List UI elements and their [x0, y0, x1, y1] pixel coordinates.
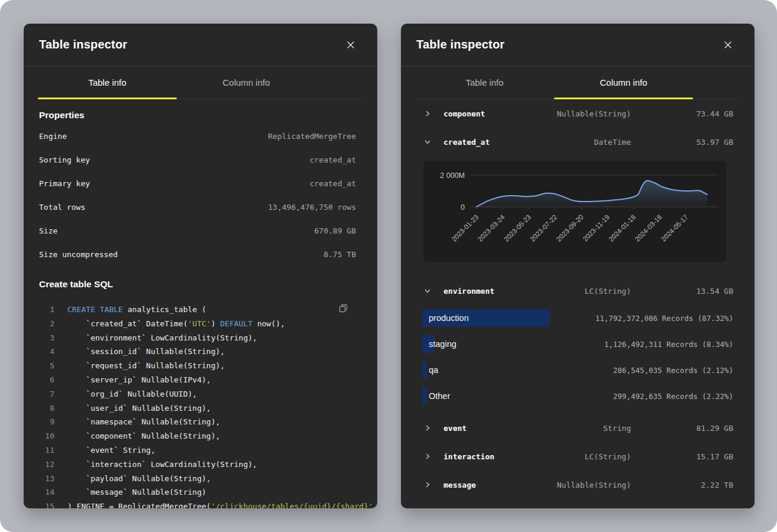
property-label: Size uncompressed [39, 250, 118, 259]
chevron-down-icon[interactable] [423, 287, 438, 295]
column-row-message[interactable]: messageNullable(String)2.22 TB [416, 471, 733, 499]
environment-values-list: production11,792,372,086 Records (87.32%… [416, 305, 733, 409]
line-number: 13 [39, 472, 54, 486]
environment-value-label: staging [429, 339, 457, 349]
sql-code-line: 8 `user_id` Nullable(String), [39, 401, 356, 416]
property-label: Total rows [39, 203, 85, 212]
column-row-component[interactable]: componentNullable(String)73.44 GB [416, 99, 733, 128]
column-size: 81.29 GB [631, 424, 733, 433]
column-name: event [443, 424, 467, 433]
environment-value-row: qa286,545,035 Records (2.12%) [416, 357, 733, 383]
close-icon[interactable] [345, 40, 356, 50]
sql-code-line: 14 `message` Nullable(String) [39, 485, 356, 499]
property-value: created_at [310, 179, 356, 188]
dialog-title: Table inspector [416, 38, 504, 51]
line-number: 10 [39, 429, 54, 443]
line-number: 5 [39, 359, 54, 373]
environment-value-bar [422, 387, 427, 405]
sql-code-line: 13 `payload` Nullable(String), [39, 472, 356, 486]
property-row: Sorting keycreated_at [39, 148, 356, 171]
line-number: 6 [39, 373, 54, 387]
environment-value-records: 299,492,635 Records (2.22%) [613, 392, 733, 401]
column-type: DateTime [594, 138, 631, 147]
property-value: created_at [310, 155, 356, 164]
column-type: LC(String) [585, 452, 631, 461]
property-label: Primary key [39, 179, 90, 188]
svg-text:2023-09-20: 2023-09-20 [555, 213, 585, 243]
chevron-right-icon[interactable] [423, 452, 438, 460]
sql-code-line: 1CREATE TABLE analytics_table ( [39, 303, 356, 317]
chevron-right-icon[interactable] [423, 481, 438, 489]
line-number: 3 [39, 331, 54, 345]
chevron-down-icon[interactable] [423, 138, 438, 146]
column-name: message [443, 481, 476, 489]
column-name: component [443, 109, 485, 118]
environment-value-label: qa [429, 365, 438, 375]
sql-text: `component` Nullable(String), [67, 429, 220, 443]
column-type: String [603, 424, 631, 433]
sql-text: `payload` Nullable(String), [67, 472, 211, 486]
chevron-right-icon[interactable] [423, 109, 438, 118]
line-number: 9 [39, 415, 54, 429]
column-size: 13.54 GB [631, 287, 733, 296]
sql-code-line: 5 `request_id` Nullable(String), [39, 359, 356, 373]
sql-code-line: 15) ENGINE = ReplicatedMergeTree('/click… [39, 499, 356, 508]
column-name: created_at [443, 138, 490, 147]
sql-text: `session_id` Nullable(String), [67, 345, 225, 359]
svg-text:2023-03-24: 2023-03-24 [477, 213, 507, 244]
sql-text: `message` Nullable(String) [67, 485, 206, 499]
line-number: 1 [39, 303, 54, 317]
tab-column-info[interactable]: Column info [177, 66, 316, 99]
properties-heading: Properties [39, 110, 356, 121]
environment-value-row: production11,792,372,086 Records (87.32%… [416, 305, 733, 331]
table-info-content: Properties EngineReplicatedMergeTreeSort… [24, 110, 377, 508]
sql-text: `org_id` Nullable(UUID), [67, 387, 197, 401]
column-type: Nullable(String) [557, 109, 631, 118]
column-size: 15.17 GB [631, 452, 733, 461]
property-label: Engine [39, 132, 67, 141]
line-number: 14 [39, 485, 54, 499]
sql-code-block: 1CREATE TABLE analytics_table (2 `create… [39, 298, 356, 508]
close-icon[interactable] [723, 40, 733, 50]
table-inspector-dialog-table-info: Table inspector Table infoColumn info Pr… [24, 24, 377, 508]
tab-bar: Table infoColumn info [38, 66, 363, 99]
tab-table-info[interactable]: Table info [415, 66, 554, 99]
svg-text:2024-01-18: 2024-01-18 [607, 213, 637, 243]
sql-text: `created_at` DateTime('UTC') DEFAULT now… [67, 317, 285, 331]
column-row-event[interactable]: eventString81.29 GB [416, 414, 733, 442]
column-row-created_at[interactable]: created_atDateTime53.97 GB [416, 128, 733, 156]
sql-text: `interaction` LowCardinality(String), [67, 458, 257, 472]
environment-value-records: 286,545,035 Records (2.12%) [613, 366, 733, 375]
line-number: 8 [39, 401, 54, 416]
property-row: Size670.89 GB [39, 219, 356, 242]
copy-icon[interactable] [338, 303, 349, 316]
column-type: Nullable(String) [557, 481, 631, 489]
property-value: 8.75 TB [323, 250, 356, 259]
environment-value-row: staging1,126,492,311 Records (8.34%) [416, 331, 733, 357]
sql-code-line: 4 `session_id` Nullable(String), [39, 345, 356, 359]
sql-code-line: 10 `component` Nullable(String), [39, 429, 356, 443]
chevron-right-icon[interactable] [423, 424, 438, 432]
sql-code-line: 11 `event` String, [39, 443, 356, 458]
column-name: interaction [443, 452, 494, 461]
environment-value-row: Other299,492,635 Records (2.22%) [416, 383, 733, 409]
tab-table-info[interactable]: Table info [38, 66, 177, 99]
svg-text:2023-07-22: 2023-07-22 [529, 213, 558, 243]
dialog-title: Table inspector [39, 38, 127, 51]
column-row-environment[interactable]: environmentLC(String)13.54 GB [416, 277, 733, 305]
column-row-interaction[interactable]: interactionLC(String)15.17 GB [416, 442, 733, 471]
line-number: 11 [39, 443, 54, 458]
line-number: 15 [39, 499, 54, 508]
svg-text:2024-03-18: 2024-03-18 [633, 213, 663, 243]
svg-text:0: 0 [461, 203, 465, 212]
environment-value-records: 1,126,492,311 Records (8.34%) [604, 340, 733, 349]
environment-value-bar [422, 361, 427, 379]
property-value: 670.89 GB [315, 226, 356, 235]
property-label: Size [39, 226, 57, 235]
sql-text: CREATE TABLE analytics_table ( [67, 303, 206, 317]
created-at-distribution-chart: 2 000M02023-01-232023-03-242023-05-23202… [423, 161, 726, 262]
svg-text:2023-01-23: 2023-01-23 [450, 213, 480, 243]
dialog-header: Table inspector [24, 24, 377, 66]
environment-value-label: Other [429, 391, 450, 401]
tab-column-info[interactable]: Column info [554, 66, 693, 99]
